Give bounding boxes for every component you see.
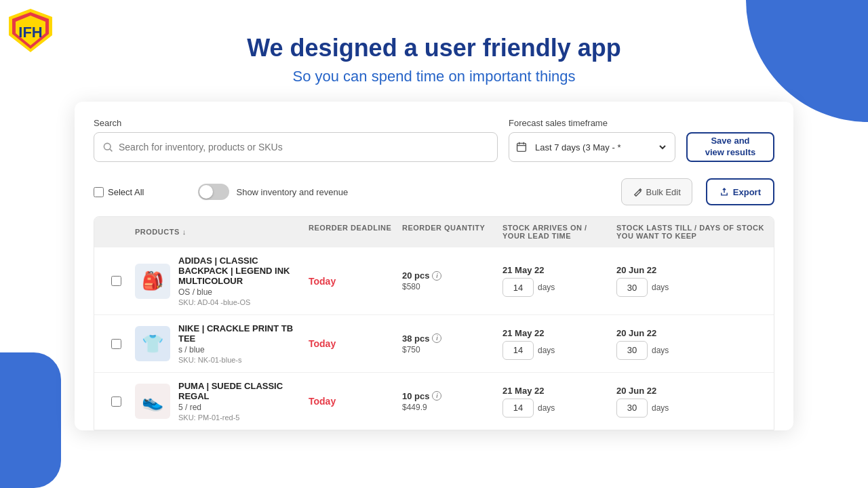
export-button[interactable]: Export bbox=[706, 178, 774, 205]
qty-info-icon-2[interactable]: i bbox=[432, 333, 441, 343]
app-headline: We designed a user friendly app bbox=[247, 34, 620, 62]
toggle-knob bbox=[199, 185, 213, 199]
product-cell-3: 👟 PUMA | SUEDE CLASSIC REGAL 5 / red SKU… bbox=[135, 381, 303, 422]
lasts-date-2: 20 Jun 22 bbox=[616, 328, 766, 338]
keep-days-label-1: days bbox=[652, 283, 669, 292]
row-checkbox-1[interactable] bbox=[102, 276, 130, 286]
search-group: Search bbox=[94, 118, 498, 162]
calendar-icon bbox=[516, 142, 527, 152]
product-info-2: NIKE | CRACKLE PRINT TB TEE s / blue SKU… bbox=[178, 323, 303, 364]
product-name-3: PUMA | SUEDE CLASSIC REGAL bbox=[178, 381, 303, 401]
qty-cell-3: 10 pcs i $449.9 bbox=[402, 391, 497, 412]
forecast-select-wrap: Last 7 days (3 May - * Last 14 days Last… bbox=[509, 132, 675, 162]
product-variant-1: OS / blue bbox=[178, 287, 303, 297]
table-row: 🎒 ADIDAS | CLASSIC BACKPACK | LEGEND INK… bbox=[94, 247, 774, 314]
qty-info-icon-3[interactable]: i bbox=[432, 391, 441, 401]
select-all-checkbox[interactable] bbox=[94, 187, 104, 197]
product-sku-2: SKU: NK-01-blue-s bbox=[178, 356, 303, 364]
product-cell-1: 🎒 ADIDAS | CLASSIC BACKPACK | LEGEND INK… bbox=[135, 256, 303, 306]
lasts-cell-1: 20 Jun 22 days bbox=[616, 265, 766, 297]
product-image-1: 🎒 bbox=[135, 264, 170, 299]
table-row: 👕 NIKE | CRACKLE PRINT TB TEE s / blue S… bbox=[94, 314, 774, 372]
lasts-cell-3: 20 Jun 22 days bbox=[616, 386, 766, 418]
qty-value-1: 20 pcs i bbox=[402, 270, 497, 281]
qty-cell-1: 20 pcs i $580 bbox=[402, 270, 497, 291]
qty-info-icon-1[interactable]: i bbox=[432, 271, 441, 281]
svg-rect-6 bbox=[517, 143, 526, 151]
th-reorder-deadline: REORDER DEADLINE bbox=[309, 224, 397, 240]
keep-days-input-2[interactable] bbox=[616, 341, 648, 360]
lead-days-input-1[interactable] bbox=[502, 278, 534, 297]
deadline-cell-2: Today bbox=[309, 338, 397, 349]
keep-days-input-1[interactable] bbox=[616, 278, 648, 297]
th-products: PRODUCTS ↓ bbox=[135, 224, 303, 240]
edit-icon bbox=[633, 187, 642, 197]
product-info-3: PUMA | SUEDE CLASSIC REGAL 5 / red SKU: … bbox=[178, 381, 303, 422]
th-stock-arrives: STOCK ARRIVES ON / YOUR LEAD TIME bbox=[502, 224, 611, 240]
lasts-cell-2: 20 Jun 22 days bbox=[616, 328, 766, 360]
toolbar-row: Select All Show inventory and revenue Bu… bbox=[94, 178, 774, 205]
main-content: We designed a user friendly app So you c… bbox=[0, 0, 868, 430]
lead-days-input-wrap-1: days bbox=[502, 278, 611, 297]
arrives-cell-2: 21 May 22 days bbox=[502, 328, 611, 360]
qty-price-2: $750 bbox=[402, 345, 497, 354]
deadline-cell-3: Today bbox=[309, 396, 397, 407]
th-reorder-quantity: REORDER QUANTITY bbox=[402, 224, 497, 240]
lasts-date-3: 20 Jun 22 bbox=[616, 386, 766, 396]
app-subheadline: So you can spend time on important thing… bbox=[292, 68, 575, 85]
qty-price-1: $580 bbox=[402, 282, 497, 291]
export-label: Export bbox=[733, 187, 761, 197]
th-checkbox bbox=[102, 224, 130, 240]
row-check-input-1[interactable] bbox=[111, 276, 121, 286]
inventory-revenue-toggle[interactable] bbox=[198, 184, 229, 200]
table-header: PRODUCTS ↓ REORDER DEADLINE REORDER QUAN… bbox=[94, 217, 774, 247]
lead-days-label-3: days bbox=[538, 403, 555, 413]
select-all-label[interactable]: Select All bbox=[94, 187, 144, 197]
row-check-input-3[interactable] bbox=[111, 396, 121, 407]
search-icon bbox=[102, 142, 113, 152]
lead-days-input-wrap-3: days bbox=[502, 399, 611, 418]
product-image-3: 👟 bbox=[135, 384, 170, 419]
th-stock-lasts: STOCK LASTS TILL / DAYS OF STOCK YOU WAN… bbox=[616, 224, 766, 240]
lead-days-input-3[interactable] bbox=[502, 399, 534, 418]
app-container: Search Forecast sales timeframe bbox=[75, 102, 793, 430]
product-name-1: ADIDAS | CLASSIC BACKPACK | LEGEND INK M… bbox=[178, 256, 303, 286]
product-sku-1: SKU: AD-04 -blue-OS bbox=[178, 298, 303, 306]
select-all-text: Select All bbox=[108, 187, 144, 197]
svg-line-5 bbox=[110, 149, 113, 152]
product-cell-2: 👕 NIKE | CRACKLE PRINT TB TEE s / blue S… bbox=[135, 323, 303, 364]
keep-days-input-wrap-2: days bbox=[616, 341, 766, 360]
keep-days-input-wrap-1: days bbox=[616, 278, 766, 297]
app-logo: IFH bbox=[7, 7, 54, 54]
qty-price-3: $449.9 bbox=[402, 403, 497, 412]
search-input-wrap bbox=[94, 132, 498, 162]
bulk-edit-button[interactable]: Bulk Edit bbox=[621, 178, 692, 205]
deadline-cell-1: Today bbox=[309, 276, 397, 287]
product-sku-3: SKU: PM-01-red-5 bbox=[178, 413, 303, 422]
keep-days-input-wrap-3: days bbox=[616, 399, 766, 418]
keep-days-input-3[interactable] bbox=[616, 399, 648, 418]
save-view-button[interactable]: Save and view results bbox=[686, 132, 774, 162]
product-variant-2: s / blue bbox=[178, 345, 303, 354]
export-icon bbox=[719, 187, 729, 197]
toggle-label: Show inventory and revenue bbox=[236, 187, 348, 197]
forecast-select[interactable]: Last 7 days (3 May - * Last 14 days Last… bbox=[532, 142, 668, 153]
product-variant-3: 5 / red bbox=[178, 403, 303, 412]
forecast-label: Forecast sales timeframe bbox=[509, 118, 675, 128]
qty-value-2: 38 pcs i bbox=[402, 333, 497, 344]
arrives-date-2: 21 May 22 bbox=[502, 328, 611, 338]
row-checkbox-3[interactable] bbox=[102, 396, 130, 407]
lead-days-input-2[interactable] bbox=[502, 341, 534, 360]
search-row: Search Forecast sales timeframe bbox=[94, 118, 774, 162]
row-checkbox-2[interactable] bbox=[102, 339, 130, 349]
forecast-group: Forecast sales timeframe Last 7 days (3 … bbox=[509, 118, 675, 162]
arrives-cell-1: 21 May 22 days bbox=[502, 265, 611, 297]
table-body: 🎒 ADIDAS | CLASSIC BACKPACK | LEGEND INK… bbox=[94, 247, 774, 430]
row-check-input-2[interactable] bbox=[111, 339, 121, 349]
search-input[interactable] bbox=[119, 142, 489, 152]
lasts-date-1: 20 Jun 22 bbox=[616, 265, 766, 275]
product-info-1: ADIDAS | CLASSIC BACKPACK | LEGEND INK M… bbox=[178, 256, 303, 306]
keep-days-label-3: days bbox=[652, 403, 669, 413]
lead-days-label-2: days bbox=[538, 346, 555, 355]
product-image-2: 👕 bbox=[135, 326, 170, 361]
